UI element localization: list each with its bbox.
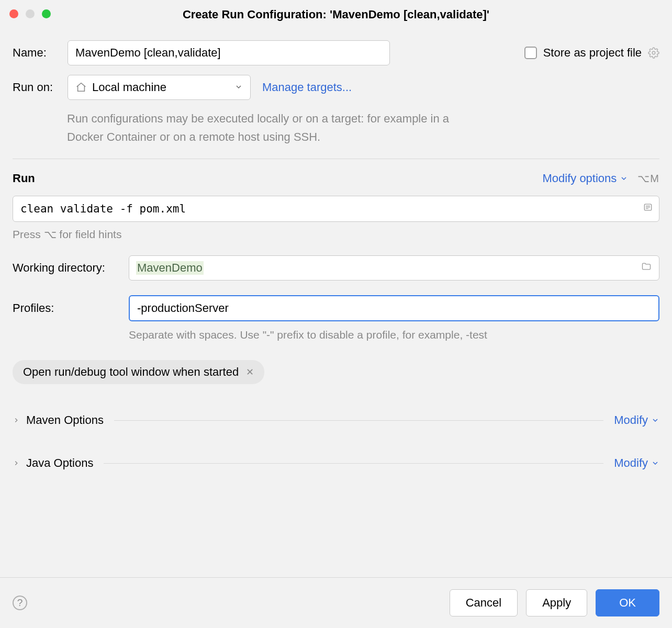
profiles-hint: Separate with spaces. Use "-" prefix to … [129, 329, 659, 341]
field-hint: Press ⌥ for field hints [13, 228, 659, 241]
profiles-input[interactable] [129, 295, 659, 321]
help-button[interactable]: ? [13, 596, 27, 610]
apply-button[interactable]: Apply [526, 589, 587, 616]
cancel-button[interactable]: Cancel [450, 589, 518, 616]
expand-field-icon[interactable] [643, 202, 653, 216]
run-on-label: Run on: [13, 81, 68, 94]
window-controls [9, 9, 51, 18]
close-icon[interactable]: ✕ [246, 366, 254, 378]
name-label: Name: [13, 46, 68, 60]
divider [104, 463, 603, 464]
maven-options-modify-link[interactable]: Modify [614, 413, 659, 427]
chevron-right-icon [13, 456, 20, 470]
chevron-down-icon [234, 81, 243, 94]
name-input[interactable] [68, 40, 390, 65]
java-options-modify-link[interactable]: Modify [614, 456, 659, 470]
run-section-title: Run [13, 172, 35, 185]
run-command-input[interactable] [13, 196, 659, 222]
modify-options-shortcut: ⌥M [637, 172, 659, 185]
run-on-selected: Local machine [92, 81, 166, 94]
run-on-dropdown[interactable]: Local machine [68, 75, 251, 100]
maximize-window-button[interactable] [42, 9, 51, 18]
chip-label: Open run/debug tool window when started [23, 365, 239, 379]
divider [114, 420, 603, 421]
profiles-label: Profiles: [13, 301, 129, 315]
ok-button[interactable]: OK [596, 589, 659, 616]
minimize-window-button[interactable] [26, 9, 35, 18]
working-directory-input[interactable] [129, 255, 659, 281]
maven-options-toggle[interactable]: Maven Options [13, 413, 104, 427]
chevron-right-icon [13, 413, 20, 427]
divider [13, 159, 659, 159]
modify-options-link[interactable]: Modify options [542, 172, 628, 185]
store-as-project-file-label: Store as project file [543, 46, 642, 60]
gear-icon[interactable] [648, 47, 659, 59]
java-options-toggle[interactable]: Java Options [13, 456, 93, 470]
home-icon [75, 82, 87, 93]
java-options-title: Java Options [26, 456, 93, 470]
run-on-hint: Run configurations may be executed local… [67, 109, 465, 146]
folder-icon[interactable] [641, 261, 652, 275]
manage-targets-link[interactable]: Manage targets... [262, 81, 352, 94]
dialog-title: Create Run Configuration: 'MavenDemo [cl… [0, 0, 672, 21]
working-directory-label: Working directory: [13, 261, 129, 275]
store-as-project-file-checkbox[interactable] [524, 47, 537, 59]
maven-options-title: Maven Options [26, 413, 104, 427]
open-tool-window-chip[interactable]: Open run/debug tool window when started … [13, 360, 264, 384]
close-window-button[interactable] [9, 9, 18, 18]
